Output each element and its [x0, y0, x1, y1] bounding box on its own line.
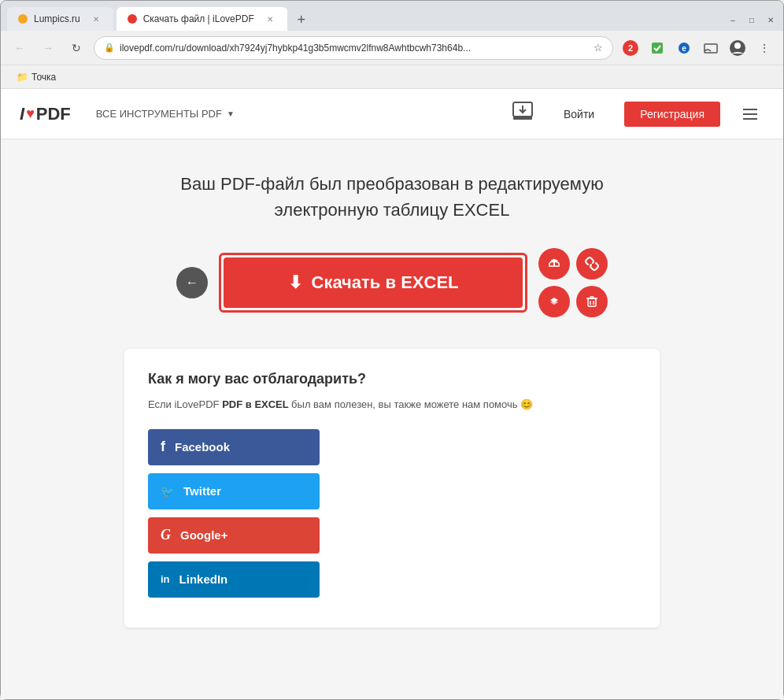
refresh-button[interactable]: ↻ — [65, 37, 87, 59]
close-button[interactable]: ✕ — [764, 13, 777, 26]
cast-icon[interactable] — [700, 37, 722, 59]
linkedin-icon: in — [161, 573, 170, 585]
window-controls: – □ ✕ — [727, 13, 777, 31]
extension-icon-3[interactable]: e — [673, 37, 695, 59]
bookmark-star-icon[interactable]: ☆ — [594, 42, 603, 54]
folder-icon: 📁 — [17, 72, 28, 83]
more-options-icon[interactable]: ⋮ — [753, 37, 775, 59]
hamburger-menu[interactable] — [736, 100, 764, 128]
tab1-favicon — [18, 14, 28, 24]
delete-button[interactable] — [576, 286, 608, 317]
download-excel-button[interactable]: ⬇ Скачать в EXCEL — [224, 257, 523, 308]
facebook-icon: f — [161, 439, 165, 455]
share-desc-bold: PDF в EXCEL — [220, 398, 292, 410]
svg-rect-0 — [652, 43, 663, 54]
extension-icon-1[interactable]: 2 — [619, 37, 642, 59]
share-title: Как я могу вас отблагодарить? — [148, 371, 636, 387]
title-bar: Lumpics.ru ✕ Скачать файл | iLovePDF ✕ +… — [1, 1, 783, 31]
svg-rect-14 — [588, 298, 596, 306]
page-title: Ваш PDF-файл был преобразован в редактир… — [180, 171, 603, 223]
share-desc-prefix: Если iLovePDF — [148, 398, 220, 410]
new-tab-button[interactable]: + — [290, 9, 312, 31]
download-icon[interactable] — [512, 101, 534, 127]
bookmark-item[interactable]: 📁 Точка — [10, 70, 62, 84]
google-icon: G — [161, 527, 171, 543]
link-button[interactable] — [576, 248, 608, 280]
browser-window: Lumpics.ru ✕ Скачать файл | iLovePDF ✕ +… — [0, 0, 784, 700]
action-row-top — [538, 248, 608, 280]
nav-tools-label: ВСЕ ИНСТРУМЕНТЫ PDF — [96, 108, 222, 120]
logo[interactable]: I ♥ PDF — [20, 104, 71, 124]
extension-icon-2[interactable] — [646, 37, 668, 59]
back-arrow-button[interactable]: ← — [176, 267, 208, 298]
tab1-label: Lumpics.ru — [34, 13, 80, 24]
download-btn-label: Скачать в EXCEL — [312, 272, 459, 293]
share-box: Как я могу вас отблагодарить? Если iLove… — [124, 349, 660, 628]
login-button[interactable]: Войти — [549, 102, 608, 127]
bookmark-label: Точка — [31, 72, 56, 83]
tab-lumpics[interactable]: Lumpics.ru ✕ — [7, 7, 113, 31]
google-label: Google+ — [180, 528, 227, 542]
svg-rect-3 — [704, 44, 717, 53]
share-desc: Если iLovePDF PDF в EXCEL был вам полезе… — [148, 397, 636, 413]
toolbar-icons: 2 e ⋮ — [619, 37, 775, 59]
maximize-button[interactable]: □ — [745, 13, 758, 26]
facebook-label: Facebook — [175, 440, 230, 454]
site-header: I ♥ PDF ВСЕ ИНСТРУМЕНТЫ PDF ▼ Войти Реги… — [1, 89, 783, 139]
logo-pdf: PDF — [36, 104, 71, 124]
download-btn-wrapper: ⬇ Скачать в EXCEL — [219, 253, 527, 313]
tab2-label: Скачать файл | iLovePDF — [143, 13, 254, 24]
logo-heart: ♥ — [26, 106, 35, 122]
twitter-icon: 🐦 — [161, 485, 174, 498]
tab2-favicon — [128, 14, 137, 24]
tab2-close[interactable]: ✕ — [264, 13, 276, 25]
dropbox-button[interactable] — [538, 286, 570, 317]
svg-text:e: e — [682, 44, 686, 53]
svg-point-5 — [734, 43, 741, 49]
page-content: I ♥ PDF ВСЕ ИНСТРУМЕНТЫ PDF ▼ Войти Реги… — [1, 89, 783, 699]
download-icon-symbol: ⬇ — [288, 272, 302, 293]
url-text: ilovepdf.com/ru/download/xh7924yj7hybkp4… — [120, 43, 589, 54]
main-area: Ваш PDF-файл был преобразован в редактир… — [1, 139, 783, 699]
download-section: ← ⬇ Скачать в EXCEL — [176, 248, 608, 317]
svg-rect-8 — [513, 117, 532, 120]
nav-tools-chevron: ▼ — [227, 109, 235, 118]
title-line2: электронную таблицу EXCEL — [275, 200, 510, 220]
upload-cloud-button[interactable] — [538, 248, 570, 280]
tab-ilovepdf[interactable]: Скачать файл | iLovePDF ✕ — [116, 7, 287, 31]
bookmarks-bar: 📁 Точка — [1, 65, 783, 89]
minimize-button[interactable]: – — [727, 13, 739, 26]
user-profile-icon[interactable] — [727, 37, 749, 59]
share-desc-suffix: был вам полезен, вы также можете нам пом… — [291, 398, 533, 410]
logo-i: I — [20, 104, 24, 124]
url-bar[interactable]: 🔒 ilovepdf.com/ru/download/xh7924yj7hybk… — [94, 36, 613, 60]
action-icons — [538, 248, 608, 317]
facebook-button[interactable]: f Facebook — [148, 429, 320, 465]
address-bar: ← → ↻ 🔒 ilovepdf.com/ru/download/xh7924y… — [1, 31, 783, 65]
nav-tools[interactable]: ВСЕ ИНСТРУМЕНТЫ PDF ▼ — [96, 108, 235, 120]
register-button[interactable]: Регистрация — [624, 102, 720, 127]
forward-button[interactable]: → — [37, 37, 59, 59]
lock-icon: 🔒 — [104, 43, 115, 53]
twitter-button[interactable]: 🐦 Twitter — [148, 473, 320, 509]
linkedin-button[interactable]: in LinkedIn — [148, 561, 320, 598]
action-row-bottom — [538, 286, 608, 317]
tab1-close[interactable]: ✕ — [90, 13, 102, 25]
linkedin-label: LinkedIn — [179, 572, 228, 586]
google-button[interactable]: G Google+ — [148, 517, 320, 554]
twitter-label: Twitter — [183, 484, 221, 498]
back-button[interactable]: ← — [9, 37, 31, 59]
title-line1: Ваш PDF-файл был преобразован в редактир… — [180, 174, 603, 194]
